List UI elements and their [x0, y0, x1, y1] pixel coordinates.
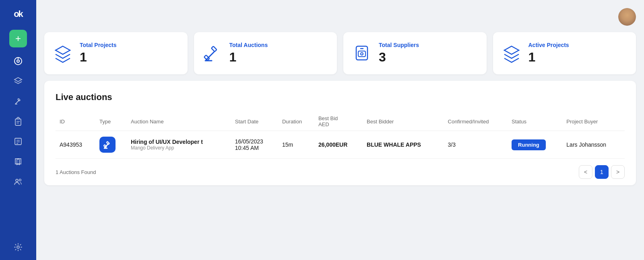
stat-value-active-projects: 1 — [528, 50, 569, 65]
stat-info-total-projects: Total Projects 1 — [80, 42, 117, 65]
auction-name-main: Hiring of UI/UX Developer t — [131, 139, 227, 145]
sidebar: ok + — [0, 0, 36, 260]
svg-marker-26 — [504, 46, 519, 54]
stat-value-total-projects: 1 — [80, 50, 117, 65]
stat-card-total-projects: Total Projects 1 — [44, 32, 188, 74]
col-best-bid: Best Bid AED — [314, 112, 363, 131]
col-start-date: Start Date — [231, 112, 278, 131]
stat-info-total-auctions: Total Auctions 1 — [229, 42, 268, 65]
found-text: 1 Auctions Found — [56, 169, 96, 175]
col-status: Status — [508, 112, 562, 131]
row-start-date: 16/05/2023 10:45 AM — [231, 131, 278, 159]
stat-info-total-suppliers: Total Suppliers 3 — [379, 42, 419, 65]
row-best-bidder: BLUE WHALE APPS — [363, 131, 444, 159]
stat-value-total-suppliers: 3 — [379, 50, 419, 65]
stat-info-active-projects: Active Projects 1 — [528, 42, 569, 65]
svg-line-4 — [16, 100, 19, 104]
pagination-current[interactable]: 1 — [595, 165, 609, 179]
panel-title: Live auctions — [56, 92, 625, 102]
avatar-image — [618, 8, 636, 26]
svg-point-1 — [17, 60, 19, 62]
col-id: ID — [56, 112, 95, 131]
nav-dashboard[interactable] — [9, 52, 27, 70]
table-row: A943953 Hiring of UI/UX Develop — [56, 131, 625, 159]
topbar — [44, 8, 636, 26]
auction-name-sub: Mango Delivery App — [131, 145, 227, 151]
stat-card-total-suppliers: Total Suppliers 3 — [343, 32, 487, 74]
row-best-bid: 26,000EUR — [314, 131, 363, 159]
row-status: Running — [508, 131, 562, 159]
auction-type-icon — [99, 137, 116, 153]
avatar[interactable] — [618, 8, 636, 26]
svg-marker-3 — [14, 78, 22, 82]
settings-icon — [14, 243, 23, 252]
stats-row: Total Projects 1 Total Auctions 1 — [44, 32, 636, 74]
row-duration: 15m — [278, 131, 314, 159]
pagination: < 1 > — [579, 165, 625, 179]
svg-rect-7 — [15, 119, 21, 125]
pagination-next[interactable]: > — [611, 165, 625, 179]
row-project-buyer: Lars Johansson — [562, 131, 625, 159]
stat-label-total-projects: Total Projects — [80, 42, 117, 48]
dashboard-icon — [14, 57, 23, 66]
nav-settings[interactable] — [9, 238, 27, 256]
svg-rect-5 — [18, 98, 20, 101]
nav-users[interactable] — [9, 173, 27, 190]
row-type — [95, 131, 127, 159]
svg-rect-29 — [103, 145, 106, 147]
stat-icon-active-projects — [501, 43, 522, 64]
users-icon — [14, 177, 23, 186]
svg-rect-23 — [358, 51, 365, 57]
nav-book[interactable] — [9, 153, 27, 170]
layers-icon — [14, 77, 23, 86]
nav-layers[interactable] — [9, 72, 27, 90]
col-auction-name: Auction Name — [127, 112, 231, 131]
col-project-buyer: Project Buyer — [562, 112, 625, 131]
svg-marker-17 — [56, 46, 70, 54]
col-confirmed: Confirmed/Invited — [444, 112, 508, 131]
svg-point-25 — [361, 53, 363, 55]
logo: ok — [6, 4, 30, 24]
nav-reports[interactable] — [9, 133, 27, 150]
col-best-bidder: Best Bidder — [363, 112, 444, 131]
svg-rect-19 — [211, 46, 217, 51]
col-type: Type — [95, 112, 127, 131]
nav-suppliers[interactable] — [9, 113, 27, 130]
logo-text: ok — [14, 9, 23, 19]
live-auctions-panel: Live auctions ID Type Auction Name Start… — [44, 81, 636, 185]
status-badge: Running — [512, 139, 546, 150]
main-content: Total Projects 1 Total Auctions 1 — [36, 0, 644, 260]
add-button[interactable]: + — [9, 30, 27, 47]
row-auction-name: Hiring of UI/UX Developer t Mango Delive… — [127, 131, 231, 159]
clipboard-icon — [14, 117, 23, 126]
stat-icon-total-suppliers — [351, 43, 372, 64]
book-icon — [14, 157, 23, 166]
svg-point-14 — [16, 179, 18, 182]
gavel-icon — [14, 97, 23, 106]
svg-point-16 — [17, 246, 19, 248]
nav-auction[interactable] — [9, 92, 27, 110]
stat-label-total-auctions: Total Auctions — [229, 42, 268, 48]
checklist-icon — [14, 137, 23, 146]
stat-label-active-projects: Active Projects — [528, 42, 569, 48]
stat-label-total-suppliers: Total Suppliers — [379, 42, 419, 48]
pagination-prev[interactable]: < — [579, 165, 592, 179]
stat-value-total-auctions: 1 — [229, 50, 268, 65]
svg-rect-20 — [204, 55, 209, 60]
svg-rect-28 — [106, 141, 109, 144]
plus-icon: + — [15, 33, 21, 44]
row-id: A943953 — [56, 131, 95, 159]
stat-card-active-projects: Active Projects 1 — [493, 32, 636, 74]
stat-icon-total-auctions — [202, 43, 223, 64]
stat-icon-total-projects — [52, 43, 73, 64]
row-confirmed: 3/3 — [444, 131, 508, 159]
auction-table: ID Type Auction Name Start Date Duration… — [56, 112, 625, 159]
stat-card-total-auctions: Total Auctions 1 — [194, 32, 337, 74]
svg-point-15 — [19, 179, 21, 181]
col-duration: Duration — [278, 112, 314, 131]
table-footer: 1 Auctions Found < 1 > — [56, 165, 625, 179]
